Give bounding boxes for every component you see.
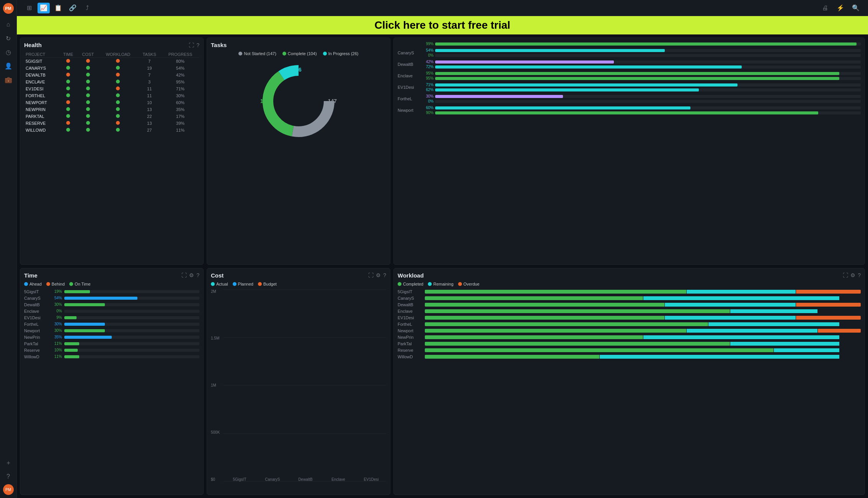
cost-budget: Budget (258, 282, 277, 286)
toolbar-grid-btn[interactable]: ⊞ (23, 3, 35, 13)
cost-info-icon[interactable]: ? (383, 272, 386, 278)
cost-bar-chart: 5GigsITCanarySDewaltBEnclaveEV1Desi (225, 289, 386, 482)
workload-panel-header: Workload ⛶ ⚙ ? (398, 272, 861, 279)
donut-label-26: 26 (295, 67, 302, 73)
time-behind-dot (46, 282, 50, 286)
health-info-icon[interactable]: ? (196, 42, 199, 48)
time-panel: Time ⛶ ⚙ ? Ahead Behind On Tim (20, 268, 204, 495)
health-progress: 60% (161, 99, 199, 106)
health-workload (98, 99, 137, 106)
health-cost (78, 127, 99, 134)
toolbar-share-btn[interactable]: ⤴ (81, 3, 93, 13)
bar-fill (435, 49, 665, 52)
progress-row: 99% (423, 42, 861, 46)
sidebar-users-icon[interactable]: 👤 (2, 60, 15, 72)
health-time (59, 92, 78, 99)
time-label: CanaryS (24, 296, 49, 300)
workload-info-icon[interactable]: ? (858, 272, 861, 278)
cost-panel: Cost ⛶ ⚙ ? Actual Planned Budg (207, 268, 390, 495)
time-row: NewPrin35% (24, 335, 199, 340)
sidebar-clock-icon[interactable]: ◷ (2, 46, 15, 58)
toolbar-chart-btn[interactable]: 📈 (38, 3, 50, 13)
health-cost (78, 113, 99, 120)
time-ahead: Ahead (24, 282, 42, 286)
time-info-icon[interactable]: ? (196, 272, 199, 278)
progress-row: 0% (423, 53, 861, 57)
tasks-panel-header: Tasks (211, 42, 386, 48)
workload-segment (796, 303, 861, 307)
sidebar-refresh-icon[interactable]: ↻ (2, 32, 15, 44)
workload-bar (425, 329, 861, 333)
toolbar-print-btn[interactable]: 🖨 (819, 3, 831, 13)
time-label: DewaltB (24, 302, 49, 307)
progress-item: 99% (398, 42, 861, 46)
progress-label: Enclave (398, 73, 421, 78)
sidebar-briefcase-icon[interactable]: 💼 (2, 73, 15, 86)
bar-track (435, 65, 861, 69)
health-project: CANARYS (24, 65, 59, 72)
workload-segment (425, 309, 730, 313)
toolbar-search-btn[interactable]: 🔍 (850, 3, 862, 13)
health-progress: 30% (161, 92, 199, 99)
workload-expand-icon[interactable]: ⛶ (843, 272, 848, 278)
bar-fill (435, 83, 737, 87)
legend-not-started: Not Started (147) (238, 51, 276, 56)
y-2m: 2M (211, 289, 220, 294)
toolbar-copy-btn[interactable]: 📋 (52, 3, 64, 13)
col-tasks: TASKS (138, 51, 161, 58)
health-expand-icon[interactable]: ⛶ (189, 42, 194, 48)
progress-row: 72% (423, 65, 861, 69)
dashboard: Health ⛶ ? PROJECT TIME COST WORKLOAD TA… (17, 34, 868, 498)
bar-track (435, 100, 861, 103)
health-workload (98, 113, 137, 120)
workload-row: Enclave (398, 309, 861, 313)
time-expand-icon[interactable]: ⛶ (181, 272, 187, 278)
health-time (59, 106, 78, 113)
toolbar-filter-btn[interactable]: ⚡ (834, 3, 847, 13)
app-logo[interactable]: PM (3, 3, 14, 14)
health-tasks: 19 (138, 65, 161, 72)
toolbar-link-btn[interactable]: 🔗 (67, 3, 79, 13)
donut-label-147: 147 (328, 98, 337, 104)
health-cost (78, 58, 99, 65)
user-avatar[interactable]: PM (3, 484, 14, 495)
cost-settings-icon[interactable]: ⚙ (376, 272, 381, 278)
workload-remaining: Remaining (428, 282, 454, 286)
sidebar-help-icon[interactable]: ? (2, 470, 15, 483)
health-project: PARKTAL (24, 113, 59, 120)
sidebar-add-icon[interactable]: ＋ (2, 457, 15, 469)
workload-segment (840, 355, 861, 359)
bar-track (435, 106, 861, 109)
col-cost: COST (78, 51, 99, 58)
time-row: EV1Desi9% (24, 315, 199, 320)
health-time (59, 78, 78, 85)
health-workload (98, 78, 137, 85)
time-bar-fill (64, 355, 79, 358)
progress-label: FortheL (398, 96, 421, 101)
health-progress: 80% (161, 58, 199, 65)
progress-item: CanaryS54%0% (398, 48, 861, 57)
health-tasks: 7 (138, 58, 161, 65)
health-table: PROJECT TIME COST WORKLOAD TASKS PROGRES… (24, 51, 199, 134)
time-pct-label: 0% (51, 309, 62, 313)
bar-track (435, 95, 861, 98)
cost-bar-group: EV1Desi (356, 476, 386, 482)
progress-row: 30% (423, 94, 861, 98)
health-workload (98, 72, 137, 78)
workload-remaining-dot (428, 282, 432, 286)
cost-planned: Planned (233, 282, 253, 286)
sidebar-home-icon[interactable]: ⌂ (2, 18, 15, 31)
cost-expand-icon[interactable]: ⛶ (368, 272, 374, 278)
cta-banner[interactable]: Click here to start free trial (17, 16, 868, 34)
workload-settings-icon[interactable]: ⚙ (850, 272, 855, 278)
health-progress: 39% (161, 120, 199, 127)
table-row: EV1DESI 11 71% (24, 85, 199, 92)
time-on-time-dot (69, 282, 73, 286)
workload-overdue-label: Overdue (463, 282, 480, 286)
health-workload (98, 92, 137, 99)
time-settings-icon[interactable]: ⚙ (189, 272, 194, 278)
workload-row: CanaryS (398, 296, 861, 300)
workload-row: Newport (398, 328, 861, 333)
time-bar-fill (64, 329, 105, 332)
time-pct-label: 54% (51, 296, 62, 300)
